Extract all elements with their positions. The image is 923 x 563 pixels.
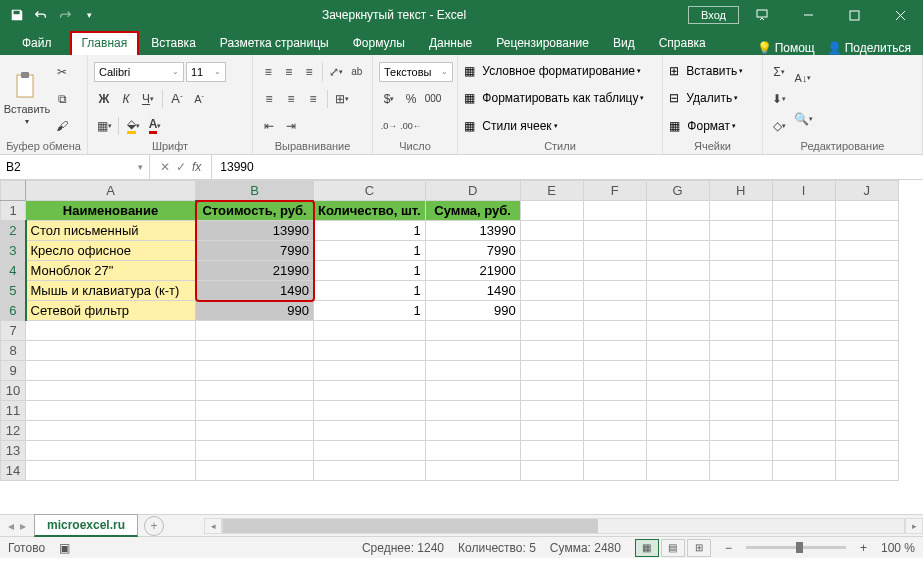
cell-J12[interactable]: [835, 421, 898, 441]
tab-вид[interactable]: Вид: [601, 31, 647, 55]
cell-D12[interactable]: [425, 421, 520, 441]
font-color-button[interactable]: A▾: [145, 116, 165, 136]
cell-B14[interactable]: [196, 461, 314, 481]
cancel-formula-icon[interactable]: ✕: [160, 160, 170, 174]
cell-I8[interactable]: [772, 341, 835, 361]
insert-function-button[interactable]: fx: [192, 160, 201, 174]
cell-B13[interactable]: [196, 441, 314, 461]
cell-D11[interactable]: [425, 401, 520, 421]
undo-icon[interactable]: [30, 4, 52, 26]
cell-E14[interactable]: [520, 461, 583, 481]
cell-E7[interactable]: [520, 321, 583, 341]
row-header-2[interactable]: 2: [1, 221, 26, 241]
align-bottom-button[interactable]: ≡: [300, 62, 318, 82]
cell-B8[interactable]: [196, 341, 314, 361]
cell-E2[interactable]: [520, 221, 583, 241]
copy-button[interactable]: ⧉: [52, 89, 72, 109]
cell-B12[interactable]: [196, 421, 314, 441]
cell-F3[interactable]: [583, 241, 646, 261]
cut-button[interactable]: ✂: [52, 62, 72, 82]
increase-font-button[interactable]: Aˆ: [167, 89, 187, 109]
column-header-F[interactable]: F: [583, 181, 646, 201]
cell-J10[interactable]: [835, 381, 898, 401]
find-select-button[interactable]: 🔍▾: [793, 109, 813, 129]
cell-D10[interactable]: [425, 381, 520, 401]
cell-B7[interactable]: [196, 321, 314, 341]
row-header-13[interactable]: 13: [1, 441, 26, 461]
cell-H4[interactable]: [709, 261, 772, 281]
cell-C5[interactable]: 1: [314, 281, 426, 301]
page-layout-view-button[interactable]: ▤: [661, 539, 685, 557]
column-header-I[interactable]: I: [772, 181, 835, 201]
wrap-text-button[interactable]: ab: [348, 62, 366, 82]
column-header-E[interactable]: E: [520, 181, 583, 201]
cell-B4[interactable]: 21990: [196, 261, 314, 281]
tab-вставка[interactable]: Вставка: [139, 31, 208, 55]
cell-F13[interactable]: [583, 441, 646, 461]
cell-G6[interactable]: [646, 301, 709, 321]
cell-H3[interactable]: [709, 241, 772, 261]
cell-F14[interactable]: [583, 461, 646, 481]
cell-C13[interactable]: [314, 441, 426, 461]
cell-G8[interactable]: [646, 341, 709, 361]
cell-B5[interactable]: 1490: [196, 281, 314, 301]
cell-G1[interactable]: [646, 201, 709, 221]
cell-E8[interactable]: [520, 341, 583, 361]
cell-J8[interactable]: [835, 341, 898, 361]
cell-D1[interactable]: Сумма, руб.: [425, 201, 520, 221]
percent-button[interactable]: %: [401, 89, 421, 109]
column-header-B[interactable]: B: [196, 181, 314, 201]
cell-B9[interactable]: [196, 361, 314, 381]
fill-button[interactable]: ⬇▾: [769, 89, 789, 109]
cell-E9[interactable]: [520, 361, 583, 381]
cell-C7[interactable]: [314, 321, 426, 341]
cell-F8[interactable]: [583, 341, 646, 361]
cell-C2[interactable]: 1: [314, 221, 426, 241]
cell-I1[interactable]: [772, 201, 835, 221]
cell-A7[interactable]: [26, 321, 196, 341]
save-icon[interactable]: [6, 4, 28, 26]
worksheet-grid[interactable]: ABCDEFGHIJ1НаименованиеСтоимость, руб.Ко…: [0, 180, 923, 514]
fill-color-button[interactable]: ⬙▾: [123, 116, 143, 136]
ribbon-options-icon[interactable]: [739, 0, 785, 30]
cell-D9[interactable]: [425, 361, 520, 381]
row-header-5[interactable]: 5: [1, 281, 26, 301]
cell-E6[interactable]: [520, 301, 583, 321]
cell-A14[interactable]: [26, 461, 196, 481]
cell-G5[interactable]: [646, 281, 709, 301]
cell-G12[interactable]: [646, 421, 709, 441]
cell-F12[interactable]: [583, 421, 646, 441]
cell-C12[interactable]: [314, 421, 426, 441]
cell-styles-button[interactable]: ▦ Стили ячеек▾: [464, 119, 656, 133]
cell-H11[interactable]: [709, 401, 772, 421]
cell-D4[interactable]: 21900: [425, 261, 520, 281]
cell-C10[interactable]: [314, 381, 426, 401]
format-cells-button[interactable]: ▦ Формат▾: [669, 119, 756, 133]
cell-A2[interactable]: Стол письменный: [26, 221, 196, 241]
cell-F4[interactable]: [583, 261, 646, 281]
align-right-button[interactable]: ≡: [303, 89, 323, 109]
row-header-9[interactable]: 9: [1, 361, 26, 381]
cell-I12[interactable]: [772, 421, 835, 441]
cell-B6[interactable]: 990: [196, 301, 314, 321]
cell-A4[interactable]: Моноблок 27": [26, 261, 196, 281]
number-format-select[interactable]: Текстовы⌄: [379, 62, 453, 82]
row-header-1[interactable]: 1: [1, 201, 26, 221]
name-box[interactable]: ▾: [0, 155, 150, 179]
column-header-D[interactable]: D: [425, 181, 520, 201]
cell-H6[interactable]: [709, 301, 772, 321]
cell-D14[interactable]: [425, 461, 520, 481]
maximize-button[interactable]: [831, 0, 877, 30]
cell-A11[interactable]: [26, 401, 196, 421]
insert-cells-button[interactable]: ⊞ Вставить▾: [669, 64, 756, 78]
column-header-A[interactable]: A: [26, 181, 196, 201]
zoom-level[interactable]: 100 %: [881, 541, 915, 555]
cell-E11[interactable]: [520, 401, 583, 421]
clear-button[interactable]: ◇▾: [769, 116, 789, 136]
row-header-10[interactable]: 10: [1, 381, 26, 401]
column-header-H[interactable]: H: [709, 181, 772, 201]
align-middle-button[interactable]: ≡: [279, 62, 297, 82]
currency-button[interactable]: $▾: [379, 89, 399, 109]
column-header-G[interactable]: G: [646, 181, 709, 201]
cell-G2[interactable]: [646, 221, 709, 241]
